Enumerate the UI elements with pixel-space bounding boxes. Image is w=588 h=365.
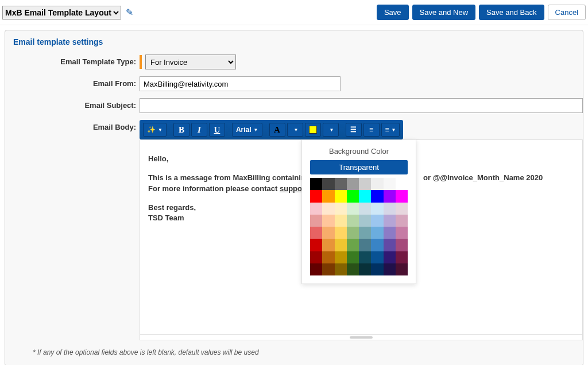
editor-toolbar: ✨▼ B I U Arial▼ A ▼ ▼ ☰ ≡ [140,120,403,139]
required-indicator [140,55,142,69]
color-swatch[interactable] [371,263,383,275]
ordered-list-button[interactable]: ≡ [363,123,380,137]
underline-button[interactable]: U [209,123,225,137]
color-swatch[interactable] [310,263,322,275]
color-swatch[interactable] [310,178,322,190]
color-swatch[interactable] [335,251,347,263]
align-button[interactable]: ≡▼ [381,123,400,137]
color-swatch[interactable] [359,215,371,227]
color-swatch[interactable] [347,178,359,190]
color-swatch[interactable] [310,227,322,239]
color-swatch[interactable] [384,215,396,227]
color-swatch[interactable] [322,203,334,215]
color-swatch[interactable] [384,190,396,202]
save-and-back-button[interactable]: Save and Back [479,5,544,20]
color-swatch[interactable] [359,190,371,202]
save-button[interactable]: Save [377,5,409,20]
font-family-button[interactable]: Arial▼ [232,123,262,137]
color-swatch[interactable] [371,203,383,215]
color-swatch[interactable] [396,263,408,275]
color-swatch[interactable] [371,215,383,227]
cancel-button[interactable]: Cancel [548,5,586,20]
color-swatch[interactable] [335,227,347,239]
color-swatch[interactable] [310,239,322,251]
bold-button[interactable]: B [173,123,189,137]
layout-select[interactable]: MxB Email Template Layout [2,6,121,20]
color-swatch[interactable] [359,178,371,190]
color-swatch[interactable] [396,190,408,202]
bg-color-button[interactable] [305,123,321,137]
color-swatch[interactable] [371,251,383,263]
background-color-popup: Background Color Transparent [301,139,416,284]
color-swatch[interactable] [384,263,396,275]
color-swatch[interactable] [335,239,347,251]
color-swatch[interactable] [396,251,408,263]
color-swatch[interactable] [310,203,322,215]
color-grid [310,178,408,275]
color-swatch[interactable] [371,190,383,202]
color-swatch[interactable] [322,263,334,275]
color-swatch[interactable] [384,227,396,239]
color-swatch[interactable] [335,190,347,202]
color-swatch[interactable] [322,239,334,251]
template-type-select[interactable]: For Invoice [145,55,236,69]
color-swatch[interactable] [347,215,359,227]
magic-button[interactable]: ✨▼ [143,123,167,137]
color-swatch[interactable] [310,251,322,263]
italic-button[interactable]: I [191,123,207,137]
email-from-input[interactable] [140,76,341,91]
color-swatch[interactable] [396,239,408,251]
color-swatch[interactable] [359,227,371,239]
color-swatch[interactable] [371,227,383,239]
color-swatch[interactable] [396,227,408,239]
color-swatch[interactable] [322,190,334,202]
color-swatch[interactable] [335,215,347,227]
transparent-color-button[interactable]: Transparent [310,160,408,174]
color-swatch[interactable] [322,215,334,227]
color-swatch[interactable] [335,203,347,215]
color-swatch[interactable] [384,239,396,251]
label-email-subject: Email Subject: [13,98,140,110]
color-swatch[interactable] [347,251,359,263]
settings-panel: Email template settings Email Template T… [5,30,583,365]
save-and-new-button[interactable]: Save and New [412,5,476,20]
label-template-type: Email Template Type: [13,55,140,66]
color-swatch[interactable] [335,178,347,190]
resize-handle[interactable] [140,335,583,340]
footnote: * If any of the optional fields above is… [33,348,575,356]
color-swatch[interactable] [347,239,359,251]
color-swatch[interactable] [335,263,347,275]
color-swatch[interactable] [322,251,334,263]
color-swatch[interactable] [396,203,408,215]
color-swatch[interactable] [347,227,359,239]
font-color-button[interactable]: A [269,123,285,137]
color-swatch[interactable] [347,203,359,215]
color-swatch[interactable] [359,239,371,251]
label-email-body: Email Body: [13,120,140,131]
color-swatch[interactable] [310,190,322,202]
color-swatch[interactable] [396,178,408,190]
color-swatch[interactable] [322,178,334,190]
color-swatch[interactable] [347,263,359,275]
color-swatch[interactable] [359,263,371,275]
color-swatch[interactable] [310,215,322,227]
color-swatch[interactable] [359,251,371,263]
bg-color-dropdown[interactable]: ▼ [323,123,339,137]
email-subject-input[interactable] [140,98,583,113]
color-swatch[interactable] [384,178,396,190]
panel-title: Email template settings [13,37,575,46]
color-swatch[interactable] [322,227,334,239]
color-swatch[interactable] [359,203,371,215]
edit-layout-icon[interactable]: ✎ [126,7,133,18]
popup-title: Background Color [310,147,408,156]
unordered-list-button[interactable]: ☰ [346,123,362,137]
color-swatch[interactable] [396,215,408,227]
color-swatch[interactable] [347,190,359,202]
label-email-from: Email From: [13,76,140,88]
color-swatch[interactable] [371,239,383,251]
font-color-dropdown[interactable]: ▼ [287,123,303,137]
color-swatch[interactable] [384,251,396,263]
color-swatch[interactable] [384,203,396,215]
color-swatch[interactable] [371,178,383,190]
